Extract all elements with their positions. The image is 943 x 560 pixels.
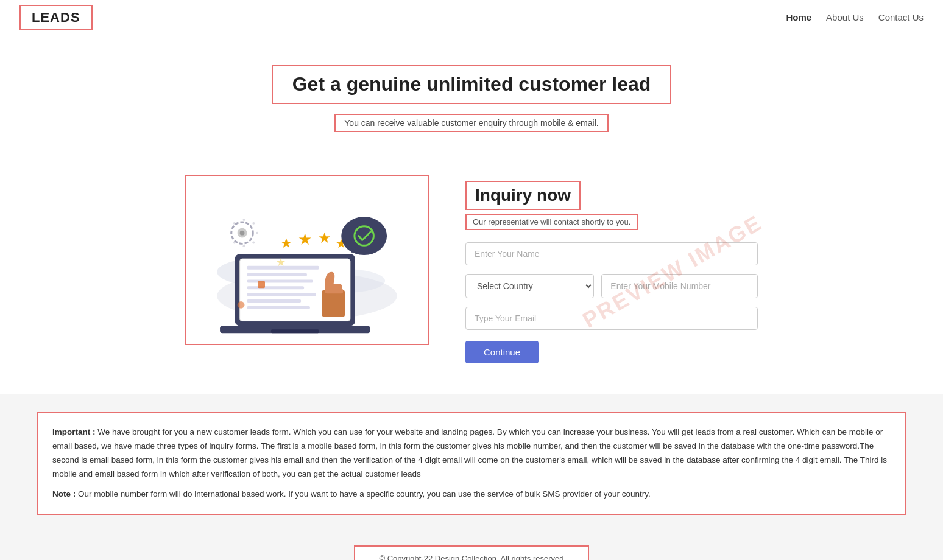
hero-section: Get a genuine unlimited customer lead Yo… (0, 35, 943, 169)
email-field-group (465, 307, 758, 330)
svg-rect-8 (247, 273, 307, 276)
name-field-group (465, 242, 758, 265)
logo: LEADS (19, 5, 93, 30)
footer-copyright-box: © Copyright-22 Design Collection. All ri… (354, 545, 590, 560)
svg-rect-11 (247, 293, 316, 296)
inquiry-form-section: Inquiry now Our representative will cont… (465, 175, 758, 363)
svg-point-37 (252, 241, 255, 243)
inquiry-subtitle: Our representative will contact shortly … (473, 217, 630, 226)
main-nav: Home About Us Contact Us (786, 12, 924, 23)
country-select[interactable]: Select Country United States United King… (465, 274, 594, 298)
svg-text:★: ★ (280, 236, 292, 251)
svg-point-24 (341, 217, 387, 255)
inquiry-title-box: Inquiry now (465, 181, 581, 210)
svg-text:★: ★ (276, 256, 286, 268)
mobile-input[interactable] (601, 274, 758, 298)
illustration-box: ★ ★ ★ ★ ★ ★ (185, 175, 429, 345)
note-text: Our mobile number form will do internati… (78, 489, 651, 499)
svg-rect-13 (247, 306, 310, 309)
svg-point-36 (252, 222, 255, 225)
info-important: Important : We have brought for you a ne… (52, 425, 891, 481)
copyright-text: © Copyright-22 Design Collection. All ri… (380, 554, 564, 560)
hero-title: Get a genuine unlimited customer lead (292, 73, 651, 96)
continue-button[interactable]: Continue (465, 341, 539, 363)
hero-subtitle-box: You can receive valuable customer enquir… (334, 114, 608, 132)
info-section: Important : We have brought for you a ne… (0, 394, 943, 533)
svg-point-32 (243, 219, 245, 221)
footer: © Copyright-22 Design Collection. All ri… (0, 533, 943, 560)
svg-point-33 (256, 232, 258, 234)
inquiry-subtitle-box: Our representative will contact shortly … (465, 214, 638, 230)
hero-title-box: Get a genuine unlimited customer lead (272, 65, 672, 104)
svg-rect-10 (247, 286, 304, 289)
svg-rect-30 (258, 281, 265, 289)
svg-rect-9 (247, 280, 313, 283)
svg-text:★: ★ (298, 231, 312, 248)
svg-point-34 (243, 245, 245, 247)
main-content: ★ ★ ★ ★ ★ ★ (0, 169, 943, 394)
hero-subtitle: You can receive valuable customer enquir… (344, 118, 598, 128)
svg-rect-17 (325, 289, 344, 293)
country-mobile-row: Select Country United States United King… (465, 274, 758, 298)
info-note: Note : Our mobile number form will do in… (52, 488, 891, 502)
svg-point-39 (233, 222, 236, 225)
svg-rect-12 (247, 299, 301, 303)
name-input[interactable] (465, 242, 758, 265)
svg-point-31 (238, 301, 245, 309)
important-text: We have brought for you a new customer l… (52, 427, 887, 478)
form-area: Inquiry now Our representative will cont… (465, 175, 758, 363)
svg-rect-6 (271, 329, 319, 333)
inquiry-title: Inquiry now (475, 186, 571, 205)
svg-rect-14 (322, 290, 345, 317)
email-input[interactable] (465, 307, 758, 330)
info-box: Important : We have brought for you a ne… (37, 412, 906, 515)
svg-point-35 (230, 232, 232, 234)
important-label: Important : (52, 427, 96, 436)
nav-about[interactable]: About Us (826, 12, 864, 23)
nav-contact[interactable]: Contact Us (878, 12, 924, 23)
nav-home[interactable]: Home (786, 12, 811, 23)
svg-point-29 (240, 231, 245, 236)
svg-point-38 (233, 241, 236, 243)
note-label: Note : (52, 489, 76, 499)
svg-text:★: ★ (318, 230, 331, 246)
